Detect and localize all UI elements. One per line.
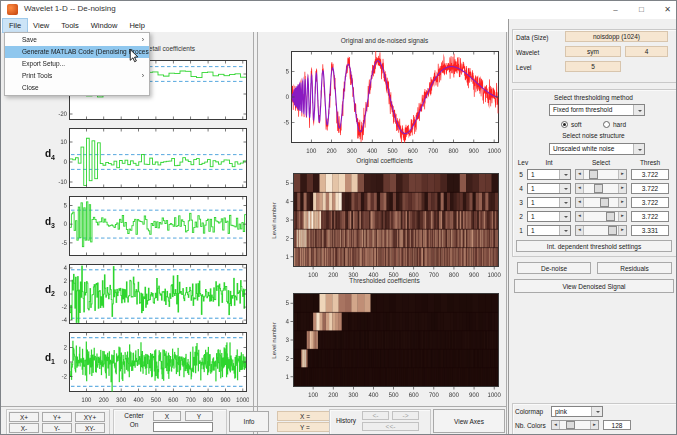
detail-plot-d2[interactable]: [49, 262, 249, 328]
int-select-level-4[interactable]: 1: [527, 183, 571, 194]
menu-item-print-tools[interactable]: Print Tools›: [5, 70, 149, 82]
slider-track[interactable]: [560, 421, 590, 429]
slider-left-arrow-icon[interactable]: ◄: [576, 212, 584, 221]
slider-right-arrow-icon[interactable]: ►: [618, 170, 626, 179]
heatmap-orig_coefs[interactable]: [263, 165, 508, 279]
history-back-button[interactable]: <-: [362, 411, 389, 420]
slider-track[interactable]: [584, 212, 618, 221]
slider-thumb[interactable]: [606, 212, 615, 221]
detail-plot-d4[interactable]: [49, 126, 249, 192]
noise-structure-select[interactable]: Unscaled white noise: [549, 143, 645, 155]
int-select-value: 1: [531, 213, 535, 220]
history-label: History: [332, 417, 360, 424]
slider-track[interactable]: [584, 184, 618, 193]
zoom-button-xyplus[interactable]: XY+: [75, 412, 105, 422]
slider-thumb[interactable]: [566, 421, 575, 429]
slider-right-arrow-icon[interactable]: ►: [618, 226, 626, 235]
view-axes-button[interactable]: View Axes: [433, 409, 505, 433]
slider-left-arrow-icon[interactable]: ◄: [552, 421, 560, 429]
nb-colors-slider[interactable]: ◄►: [551, 420, 599, 430]
slider-track[interactable]: [584, 198, 618, 207]
soft-radio[interactable]: [561, 121, 568, 128]
minimize-button[interactable]: –: [603, 1, 628, 18]
center-label-line2: On: [117, 421, 151, 428]
slider-left-arrow-icon[interactable]: ◄: [576, 184, 584, 193]
info-button[interactable]: Info: [229, 411, 269, 432]
int-select-level-2[interactable]: 1: [527, 211, 571, 222]
menu-view[interactable]: View: [27, 19, 55, 32]
slider-right-arrow-icon[interactable]: ►: [590, 421, 598, 429]
threshold-slider-level-4[interactable]: ◄►: [575, 183, 627, 194]
threshold-value-level-2[interactable]: 3.722: [631, 211, 669, 222]
history-forward-button[interactable]: ->: [392, 411, 419, 420]
center-x-button[interactable]: X: [153, 411, 181, 421]
zoom-button-yminus[interactable]: Y-: [42, 423, 72, 433]
int-select-level-3[interactable]: 1: [527, 197, 571, 208]
wavelet-name-value[interactable]: sym: [565, 46, 621, 57]
submenu-arrow-icon: ›: [142, 34, 144, 46]
hard-radio[interactable]: [603, 121, 610, 128]
zoom-button-yplus[interactable]: Y+: [42, 412, 72, 422]
slider-track[interactable]: [584, 170, 618, 179]
slider-left-arrow-icon[interactable]: ◄: [576, 170, 584, 179]
menu-file[interactable]: File: [3, 19, 27, 32]
threshold-row-level: 2: [515, 213, 527, 220]
slider-left-arrow-icon[interactable]: ◄: [576, 226, 584, 235]
nb-colors-value[interactable]: 128: [603, 420, 631, 430]
wavelet-order-value[interactable]: 4: [625, 46, 668, 57]
threshold-table-header-thresh: Thresh: [631, 159, 669, 166]
threshold-slider-level-1[interactable]: ◄►: [575, 225, 627, 236]
file-menu-dropdown: Save›Generate MATLAB Code (Denoising Pro…: [4, 32, 150, 96]
center-y-button[interactable]: Y: [185, 411, 213, 421]
signals-plot[interactable]: [263, 45, 508, 161]
slider-track[interactable]: [584, 226, 618, 235]
zoom-button-xyminus[interactable]: XY-: [75, 423, 105, 433]
threshold-row-level: 3: [515, 199, 527, 206]
threshold-value-level-1[interactable]: 3.331: [631, 225, 669, 236]
level-value[interactable]: 5: [565, 61, 621, 72]
threshold-value-level-5[interactable]: 3.722: [631, 169, 669, 180]
slider-left-arrow-icon[interactable]: ◄: [576, 198, 584, 207]
menu-item-save[interactable]: Save›: [5, 34, 149, 46]
right-panel-controls: Data (Size) noisdopp (1024) Wavelet sym …: [508, 19, 677, 435]
threshold-method-value: Fixed form threshold: [553, 106, 612, 113]
history-rewind-button[interactable]: <<-: [362, 422, 419, 431]
int-select-level-1[interactable]: 1: [527, 225, 571, 236]
slider-thumb[interactable]: [600, 198, 609, 207]
threshold-value-level-3[interactable]: 3.722: [631, 197, 669, 208]
threshold-slider-level-5[interactable]: ◄►: [575, 169, 627, 180]
slider-right-arrow-icon[interactable]: ►: [618, 184, 626, 193]
slider-right-arrow-icon[interactable]: ►: [618, 212, 626, 221]
menu-tools[interactable]: Tools: [55, 19, 85, 32]
close-window-button[interactable]: ✕: [655, 1, 677, 18]
menu-help[interactable]: Help: [123, 19, 150, 32]
panel-divider-left: [253, 32, 254, 434]
menu-item-close[interactable]: Close: [5, 82, 149, 94]
threshold-method-select[interactable]: Fixed form threshold: [549, 104, 645, 116]
threshold-value-level-4[interactable]: 3.722: [631, 183, 669, 194]
threshold-slider-level-2[interactable]: ◄►: [575, 211, 627, 222]
maximize-button[interactable]: □: [629, 1, 654, 18]
menu-window[interactable]: Window: [85, 19, 124, 32]
soft-radio-label[interactable]: soft: [571, 121, 581, 128]
threshold-slider-level-3[interactable]: ◄►: [575, 197, 627, 208]
threshold-table-header-int: Int: [527, 159, 571, 166]
residuals-button[interactable]: Residuals: [597, 262, 672, 274]
int-dependent-threshold-button[interactable]: Int. dependent threshold settings: [516, 240, 672, 252]
zoom-button-xminus[interactable]: X-: [9, 423, 39, 433]
detail-plot-d3[interactable]: [49, 194, 249, 260]
denoise-button[interactable]: De-noise: [517, 262, 591, 274]
slider-right-arrow-icon[interactable]: ►: [618, 198, 626, 207]
detail-plot-d1[interactable]: [49, 330, 249, 408]
center-label-line1: Center: [117, 412, 151, 419]
slider-thumb[interactable]: [594, 184, 603, 193]
zoom-button-xplus[interactable]: X+: [9, 412, 39, 422]
view-denoised-signal-button[interactable]: View Denoised Signal: [514, 279, 674, 293]
heatmap-thresh_coefs[interactable]: [263, 285, 508, 399]
slider-thumb[interactable]: [608, 226, 617, 235]
hard-radio-label[interactable]: hard: [613, 121, 626, 128]
center-input[interactable]: [153, 422, 213, 432]
colormap-select[interactable]: pink: [551, 406, 603, 417]
int-select-level-5[interactable]: 1: [527, 169, 571, 180]
slider-thumb[interactable]: [589, 170, 598, 179]
